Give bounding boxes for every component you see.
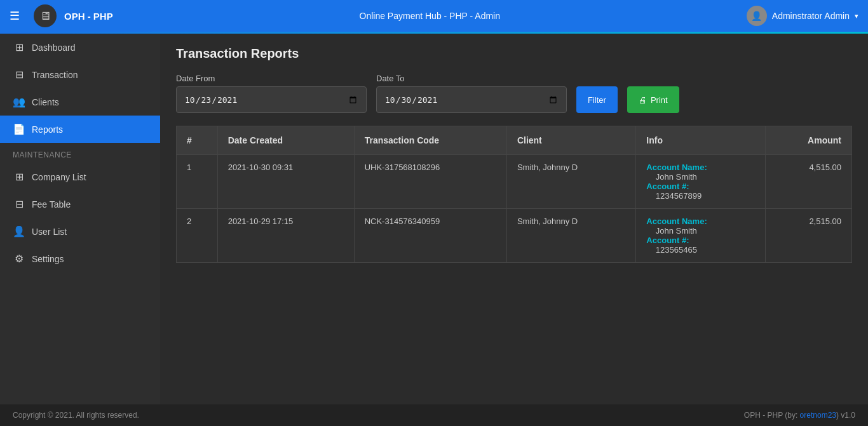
company-list-icon: ⊞ (13, 171, 25, 183)
filter-row: Date From Date To Filter 🖨 Print (176, 74, 852, 113)
transaction-icon: ⊟ (13, 69, 25, 81)
date-to-label: Date To (376, 74, 567, 83)
account-name-label: Account Name: (646, 216, 707, 226)
cell-transaction-code: NCK-314576340959 (354, 209, 506, 263)
admin-menu[interactable]: 👤 Adminstrator Admin ▾ (747, 6, 858, 26)
account-num-label: Account #: (646, 236, 689, 245)
table-row: 2 2021-10-29 17:15 NCK-314576340959 Smit… (177, 209, 852, 263)
header-title: Online Payment Hub - PHP - Admin (360, 11, 501, 21)
cell-date-created: 2021-10-30 09:31 (217, 155, 354, 209)
footer-author-link[interactable]: oretnom23 (800, 411, 836, 420)
account-name-value: John Smith (646, 226, 696, 236)
account-num-value: 1234567899 (646, 191, 702, 201)
cell-transaction-code: UHK-317568108296 (354, 155, 506, 209)
user-list-icon: 👤 (13, 225, 25, 237)
date-from-input[interactable] (176, 86, 367, 113)
settings-icon: ⚙ (13, 253, 25, 265)
app-logo: 🖥 (34, 4, 57, 27)
col-num: # (177, 126, 218, 155)
cell-amount: 4,515.00 (765, 155, 851, 209)
sidebar-item-transaction[interactable]: ⊟ Transaction (0, 61, 160, 88)
sidebar-label-company-list: Company List (32, 172, 86, 182)
col-client: Client (506, 126, 635, 155)
reports-icon: 📄 (13, 123, 25, 135)
date-to-group: Date To (376, 74, 567, 113)
cell-num: 2 (177, 209, 218, 263)
printer-icon: 🖨 (639, 95, 647, 105)
cell-num: 1 (177, 155, 218, 209)
account-name-label: Account Name: (646, 163, 707, 172)
sidebar-label-user-list: User List (32, 227, 67, 237)
cell-info: Account Name: John Smith Account #: 1235… (636, 209, 765, 263)
main-content: Transaction Reports Date From Date To Fi… (160, 34, 868, 404)
date-from-group: Date From (176, 74, 367, 113)
sidebar-item-fee-table[interactable]: ⊟ Fee Table (0, 190, 160, 218)
sidebar-item-user-list[interactable]: 👤 User List (0, 218, 160, 245)
sidebar-item-reports[interactable]: 📄 Reports (0, 116, 160, 143)
avatar: 👤 (747, 6, 767, 26)
filter-button[interactable]: Filter (576, 86, 618, 113)
clients-icon: 👥 (13, 96, 25, 108)
sidebar-label-fee-table: Fee Table (32, 199, 71, 210)
sidebar-item-settings[interactable]: ⚙ Settings (0, 245, 160, 272)
app-name: OPH - PHP (64, 11, 113, 22)
sidebar-item-clients[interactable]: 👥 Clients (0, 88, 160, 116)
print-label: Print (651, 95, 668, 105)
admin-name: Adminstrator Admin (772, 11, 850, 21)
col-amount: Amount (765, 126, 851, 155)
transactions-table: # Date Created Transaction Code Client I… (176, 126, 852, 263)
transactions-table-wrapper: # Date Created Transaction Code Client I… (176, 126, 852, 263)
col-transaction-code: Transaction Code (354, 126, 506, 155)
sidebar-label-transaction: Transaction (32, 70, 78, 80)
account-num-label: Account #: (646, 182, 689, 191)
sidebar-label-settings: Settings (32, 254, 64, 264)
footer: Copyright © 2021. All rights reserved. O… (0, 404, 868, 426)
print-button[interactable]: 🖨 Print (627, 86, 679, 113)
col-info: Info (636, 126, 765, 155)
hamburger-icon[interactable]: ☰ (10, 9, 20, 23)
sidebar-label-clients: Clients (32, 97, 59, 107)
footer-brand: OPH - PHP (by: oretnom23) v1.0 (744, 411, 855, 420)
sidebar: ⊞ Dashboard ⊟ Transaction 👥 Clients 📄 Re… (0, 34, 160, 404)
cell-amount: 2,515.00 (765, 209, 851, 263)
dropdown-arrow-icon: ▾ (855, 12, 858, 20)
col-date-created: Date Created (217, 126, 354, 155)
date-to-input[interactable] (376, 86, 567, 113)
date-from-label: Date From (176, 74, 367, 83)
account-name-value: John Smith (646, 172, 696, 182)
dashboard-icon: ⊞ (13, 41, 25, 53)
topbar: ☰ 🖥 OPH - PHP Online Payment Hub - PHP -… (0, 0, 868, 32)
sidebar-label-dashboard: Dashboard (32, 43, 76, 53)
sidebar-label-reports: Reports (32, 124, 63, 135)
account-num-value: 123565465 (646, 245, 697, 255)
cell-client: Smith, Johnny D (506, 209, 635, 263)
sidebar-item-company-list[interactable]: ⊞ Company List (0, 163, 160, 190)
sidebar-item-dashboard[interactable]: ⊞ Dashboard (0, 34, 160, 61)
maintenance-section-label: Maintenance (0, 143, 160, 163)
cell-date-created: 2021-10-29 17:15 (217, 209, 354, 263)
fee-table-icon: ⊟ (13, 198, 25, 210)
page-title: Transaction Reports (176, 46, 852, 61)
table-row: 1 2021-10-30 09:31 UHK-317568108296 Smit… (177, 155, 852, 209)
table-header-row: # Date Created Transaction Code Client I… (177, 126, 852, 155)
cell-client: Smith, Johnny D (506, 155, 635, 209)
cell-info: Account Name: John Smith Account #: 1234… (636, 155, 765, 209)
footer-copyright: Copyright © 2021. All rights reserved. (13, 411, 139, 420)
